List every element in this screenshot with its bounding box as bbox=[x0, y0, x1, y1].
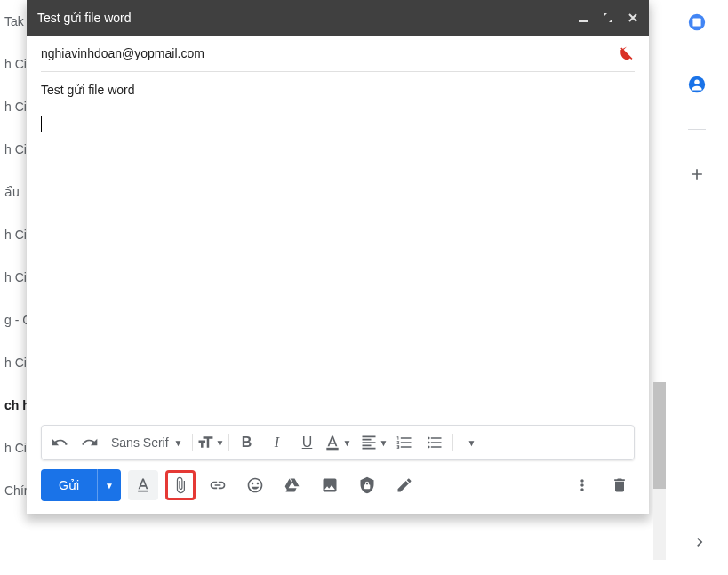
fullscreen-icon[interactable] bbox=[603, 12, 613, 23]
subject-field[interactable]: Test gửi file word bbox=[41, 72, 635, 108]
font-size-icon[interactable]: ▼ bbox=[196, 428, 225, 457]
align-icon[interactable]: ▼ bbox=[360, 428, 388, 457]
chevron-down-icon: ▼ bbox=[343, 438, 352, 448]
svg-point-6 bbox=[694, 80, 700, 85]
window-controls bbox=[578, 12, 638, 23]
more-options-icon[interactable] bbox=[567, 470, 597, 500]
scrollbar-thumb[interactable] bbox=[653, 382, 666, 489]
tls-off-icon[interactable] bbox=[619, 45, 635, 61]
send-row: Gửi ▼ bbox=[27, 460, 649, 514]
send-options-dropdown[interactable]: ▼ bbox=[98, 469, 121, 501]
svg-rect-4 bbox=[692, 18, 700, 26]
insert-drive-icon[interactable] bbox=[277, 470, 308, 500]
chevron-down-icon: ▼ bbox=[216, 438, 225, 448]
discard-draft-icon[interactable] bbox=[604, 470, 635, 500]
insert-emoji-icon[interactable] bbox=[240, 470, 270, 500]
compose-titlebar[interactable]: Test gửi file word bbox=[27, 0, 649, 36]
expand-side-panel-icon[interactable] bbox=[691, 533, 708, 551]
separator bbox=[228, 434, 229, 451]
send-label[interactable]: Gửi bbox=[41, 469, 98, 501]
undo-icon[interactable] bbox=[45, 428, 74, 457]
italic-icon[interactable]: I bbox=[263, 428, 292, 457]
recipients-field[interactable]: nghiavinhdoan@yopmail.com bbox=[41, 36, 635, 72]
calendar-icon[interactable] bbox=[679, 4, 715, 40]
close-icon[interactable] bbox=[628, 12, 638, 23]
underline-icon[interactable]: U bbox=[293, 428, 322, 457]
svg-rect-2 bbox=[138, 491, 148, 492]
formatting-options-icon[interactable] bbox=[128, 470, 158, 500]
font-family-selector[interactable]: Sans Serif ▼ bbox=[106, 435, 188, 450]
chevron-down-icon: ▼ bbox=[468, 438, 476, 448]
divider bbox=[688, 129, 706, 130]
contacts-icon[interactable] bbox=[679, 67, 715, 102]
text-cursor bbox=[41, 116, 42, 132]
redo-icon[interactable] bbox=[76, 428, 104, 457]
separator bbox=[192, 434, 193, 451]
insert-signature-icon[interactable] bbox=[389, 470, 420, 500]
minimize-icon[interactable] bbox=[578, 12, 588, 23]
recipient-chip[interactable]: nghiavinhdoan@yopmail.com bbox=[41, 46, 204, 60]
compose-title: Test gửi file word bbox=[37, 11, 578, 25]
message-body[interactable] bbox=[27, 108, 649, 419]
more-formatting-icon[interactable]: ▼ bbox=[457, 428, 485, 457]
send-button[interactable]: Gửi ▼ bbox=[41, 469, 121, 501]
confidential-mode-icon[interactable] bbox=[352, 470, 382, 500]
formatting-toolbar: Sans Serif ▼ ▼ B I U ▼ ▼ ▼ bbox=[41, 425, 635, 460]
separator bbox=[452, 434, 453, 451]
bold-icon[interactable]: B bbox=[233, 428, 261, 457]
insert-link-icon[interactable] bbox=[203, 470, 233, 500]
compose-window: Test gửi file word nghiavinhdoan@yopmail… bbox=[27, 0, 649, 514]
insert-photo-icon[interactable] bbox=[315, 470, 345, 500]
add-addon-icon[interactable] bbox=[679, 156, 715, 192]
separator bbox=[356, 434, 356, 451]
chevron-down-icon: ▼ bbox=[380, 438, 388, 448]
bulleted-list-icon[interactable] bbox=[420, 428, 449, 457]
text-color-icon[interactable]: ▼ bbox=[324, 428, 352, 457]
svg-rect-0 bbox=[579, 20, 588, 22]
attach-file-icon[interactable] bbox=[165, 470, 196, 500]
svg-rect-1 bbox=[326, 448, 338, 451]
chevron-down-icon: ▼ bbox=[174, 438, 183, 448]
side-panel bbox=[675, 0, 719, 192]
numbered-list-icon[interactable] bbox=[390, 428, 419, 457]
font-name: Sans Serif bbox=[111, 435, 169, 450]
subject-text: Test gửi file word bbox=[41, 83, 134, 97]
